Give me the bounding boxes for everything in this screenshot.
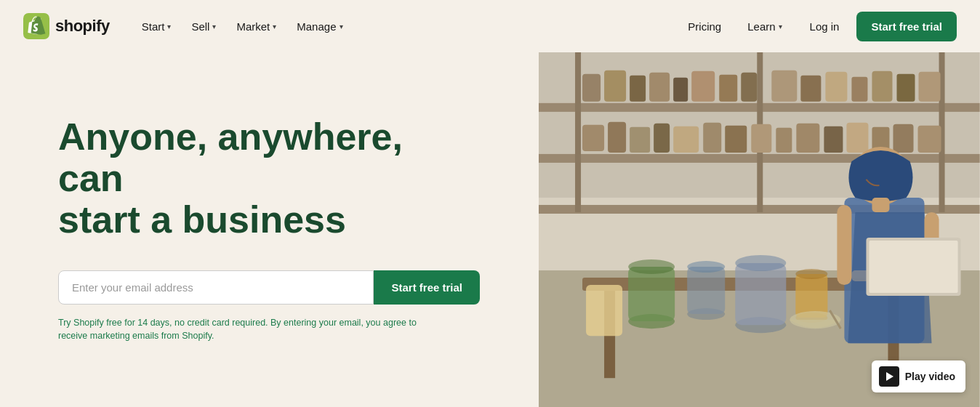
nav-label-market: Market [236,20,270,33]
svg-rect-27 [654,124,670,153]
svg-rect-56 [838,205,852,285]
svg-point-51 [736,255,787,271]
chevron-down-icon: ▾ [779,23,782,31]
start-free-trial-main-button[interactable]: Start free trial [374,270,480,305]
svg-rect-29 [704,123,722,153]
svg-rect-13 [674,78,688,102]
svg-rect-35 [847,123,869,153]
svg-rect-26 [630,127,651,153]
svg-rect-31 [752,124,772,153]
svg-rect-50 [736,263,787,325]
disclaimer-text: Try Shopify free for 14 days, no credit … [58,316,422,344]
nav-item-start[interactable]: Start ▾ [133,15,180,39]
chevron-down-icon: ▾ [273,23,276,31]
learn-label: Learn [747,20,775,33]
main-content: Anyone, anywhere, can start a business S… [0,52,980,407]
nav-item-sell[interactable]: Sell ▾ [182,15,225,39]
svg-rect-59 [872,198,890,212]
svg-rect-12 [650,73,670,102]
chevron-down-icon: ▾ [340,23,343,31]
svg-rect-37 [893,124,914,153]
svg-rect-33 [797,124,820,153]
logo-text: shopify [55,17,110,36]
nav-label-sell: Sell [191,20,209,33]
svg-rect-62 [869,241,958,293]
nav-item-learn[interactable]: Learn ▾ [737,15,792,39]
svg-rect-23 [919,72,941,102]
chevron-down-icon: ▾ [212,23,216,31]
logo-link[interactable]: shopify [23,13,110,39]
headline-line2: start a business [58,198,346,241]
main-nav: Start ▾ Sell ▾ Market ▾ Manage ▾ [133,15,352,39]
play-video-button[interactable]: Play video [872,360,965,392]
svg-rect-20 [852,77,868,102]
svg-rect-17 [772,70,798,102]
svg-rect-16 [742,73,758,102]
svg-point-54 [796,269,828,279]
play-video-label: Play video [905,371,955,382]
svg-rect-22 [897,74,915,102]
shopify-logo-icon [23,13,49,39]
svg-rect-34 [824,126,843,153]
nav-label-manage: Manage [297,20,336,33]
svg-rect-30 [726,126,747,153]
svg-rect-25 [608,122,626,153]
play-icon [879,366,899,387]
svg-rect-44 [629,267,675,321]
nav-label-start: Start [142,20,165,33]
svg-point-48 [688,261,726,273]
hero-right: Play video [539,52,980,407]
svg-rect-47 [688,267,726,314]
site-header: shopify Start ▾ Sell ▾ Market ▾ Manage ▾ [0,0,980,52]
headline-line1: Anyone, anywhere, can [58,116,403,199]
svg-rect-15 [720,75,738,102]
hero-left: Anyone, anywhere, can start a business S… [0,52,539,407]
header-left: shopify Start ▾ Sell ▾ Market ▾ Manage ▾ [23,13,352,39]
hero-headline: Anyone, anywhere, can start a business [58,116,436,241]
nav-item-pricing[interactable]: Pricing [678,15,731,39]
svg-rect-63 [586,285,622,336]
email-form: Start free trial [58,270,480,305]
hero-image [539,52,980,407]
svg-rect-24 [582,125,604,151]
svg-rect-21 [872,71,893,102]
svg-rect-11 [630,76,646,102]
nav-item-market[interactable]: Market ▾ [228,15,285,39]
svg-rect-53 [796,274,828,318]
pricing-label: Pricing [688,20,721,33]
email-input[interactable] [58,270,374,305]
svg-rect-10 [604,70,626,102]
svg-point-45 [629,259,675,274]
svg-rect-28 [674,126,699,153]
svg-rect-19 [826,72,848,102]
nav-item-manage[interactable]: Manage ▾ [288,15,351,39]
start-free-trial-header-button[interactable]: Start free trial [856,12,957,41]
header-right: Pricing Learn ▾ Log in Start free trial [678,12,957,41]
play-triangle-icon [886,372,893,381]
svg-rect-14 [692,71,715,102]
chevron-down-icon: ▾ [167,23,171,31]
svg-rect-6 [575,52,581,212]
svg-rect-38 [918,126,941,153]
svg-rect-32 [776,128,792,153]
svg-rect-9 [582,74,601,102]
svg-rect-18 [801,76,822,102]
login-button[interactable]: Log in [798,15,851,39]
login-label: Log in [810,20,840,33]
